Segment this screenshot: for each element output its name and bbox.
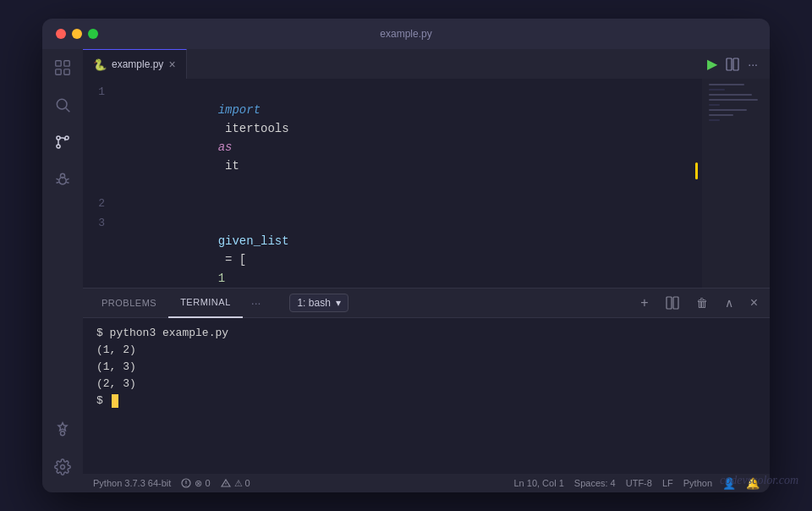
main-area: 🐍 example.py × ▶ ···	[42, 49, 770, 492]
code-editor[interactable]: 1 import itertools as it 2	[83, 79, 770, 288]
settings-icon[interactable]	[51, 455, 74, 479]
language-mode[interactable]: Python	[683, 478, 712, 488]
activity-bar	[42, 49, 83, 492]
status-bar: Python 3.7.3 64-bit ⊗ 0 ⚠ 0 Ln 10, Col 1…	[83, 474, 770, 492]
svg-point-23	[186, 485, 187, 486]
terminal-line-1: $ python3 example.py	[96, 325, 756, 342]
terminal-line-3: (1, 3)	[96, 359, 756, 376]
minimap	[702, 79, 770, 288]
svg-line-10	[57, 179, 59, 180]
panel-collapse-button[interactable]: ∧	[720, 293, 738, 313]
chevron-down-icon: ▾	[336, 297, 341, 309]
svg-point-8	[57, 145, 60, 148]
new-terminal-button[interactable]: +	[635, 292, 653, 314]
svg-line-11	[66, 179, 69, 180]
terminal-selector-area: 1: bash ▾	[283, 294, 354, 312]
tab-file-icon: 🐍	[93, 58, 107, 71]
python-version[interactable]: Python 3.7.3 64-bit	[93, 478, 171, 488]
code-line-2: 2	[83, 194, 694, 213]
editor-area: 🐍 example.py × ▶ ···	[83, 49, 770, 492]
svg-rect-18	[733, 58, 738, 70]
svg-rect-2	[56, 69, 61, 74]
line-ending[interactable]: LF	[662, 478, 673, 488]
svg-rect-1	[64, 61, 69, 66]
svg-rect-3	[64, 69, 69, 74]
code-line-3: 3 given_list = [ 1 , 2 , 3 ]	[83, 213, 694, 288]
status-right: Ln 10, Col 1 Spaces: 4 UTF-8 LF Python 👤…	[513, 477, 760, 490]
tab-problems[interactable]: PROBLEMS	[90, 288, 168, 318]
traffic-lights	[56, 29, 98, 39]
activity-bar-bottom	[51, 418, 74, 486]
search-icon[interactable]	[51, 93, 74, 117]
svg-point-6	[57, 136, 60, 140]
extensions-icon[interactable]	[51, 418, 74, 442]
kill-terminal-button[interactable]: 🗑	[691, 293, 713, 313]
keyword-import: import	[218, 103, 261, 117]
app-window: example.py	[42, 19, 770, 492]
panel-actions: + 🗑 ∧ ×	[635, 292, 763, 314]
window-title: example.py	[380, 28, 431, 40]
maximize-button[interactable]	[88, 29, 98, 39]
code-line-1: 1 import itertools as it	[83, 82, 694, 194]
encoding[interactable]: UTF-8	[626, 478, 652, 488]
svg-line-12	[57, 182, 59, 183]
terminal-content[interactable]: $ python3 example.py (1, 2) (1, 3) (2, 3…	[83, 318, 770, 474]
split-editor-button[interactable]	[726, 58, 739, 71]
terminal-selector-label: 1: bash	[297, 297, 330, 309]
tab-close-button[interactable]: ×	[168, 58, 175, 70]
terminal-dropdown[interactable]: 1: bash ▾	[289, 294, 348, 312]
debug-icon[interactable]	[51, 168, 74, 191]
explorer-icon[interactable]	[51, 56, 74, 80]
run-button[interactable]: ▶	[707, 56, 717, 72]
scrollbar-thumb[interactable]	[695, 162, 698, 179]
editor-tab[interactable]: 🐍 example.py ×	[83, 49, 187, 79]
notification-icon[interactable]: 🔔	[746, 477, 760, 490]
panel: PROBLEMS TERMINAL ··· 1: bash ▾ +	[83, 288, 770, 474]
more-actions-button[interactable]: ···	[748, 58, 758, 71]
code-content: 1 import itertools as it 2	[83, 79, 770, 288]
tab-terminal[interactable]: TERMINAL	[168, 288, 243, 318]
keyword-as: as	[218, 140, 233, 154]
title-bar: example.py	[42, 19, 770, 49]
panel-tab-more[interactable]: ···	[243, 296, 270, 310]
warning-count: ⚠ 0	[221, 478, 250, 489]
minimize-button[interactable]	[72, 29, 82, 39]
svg-rect-0	[56, 61, 61, 66]
svg-line-13	[66, 182, 69, 183]
panel-close-button[interactable]: ×	[745, 292, 763, 314]
svg-rect-17	[727, 58, 732, 70]
svg-rect-19	[667, 297, 672, 309]
svg-rect-20	[673, 297, 678, 309]
spaces[interactable]: Spaces: 4	[574, 478, 616, 488]
terminal-line-5: $	[96, 393, 756, 409]
tab-label: example.py	[112, 58, 163, 70]
svg-point-15	[61, 431, 65, 436]
line-col[interactable]: Ln 10, Col 1	[513, 478, 563, 488]
close-button[interactable]	[56, 29, 66, 39]
tab-bar-row: 🐍 example.py × ▶ ···	[83, 49, 770, 79]
svg-point-16	[61, 465, 65, 470]
svg-point-4	[57, 99, 67, 109]
account-icon[interactable]: 👤	[722, 477, 736, 490]
split-terminal-button[interactable]	[661, 293, 684, 313]
panel-tab-bar: PROBLEMS TERMINAL ··· 1: bash ▾ +	[83, 288, 770, 318]
error-count: ⊗ 0	[181, 478, 210, 489]
source-control-icon[interactable]	[51, 130, 74, 154]
terminal-cursor	[112, 394, 118, 408]
terminal-line-2: (1, 2)	[96, 342, 756, 359]
scrollbar-track	[695, 79, 698, 288]
terminal-line-4: (2, 3)	[96, 376, 756, 393]
svg-line-5	[66, 108, 70, 113]
